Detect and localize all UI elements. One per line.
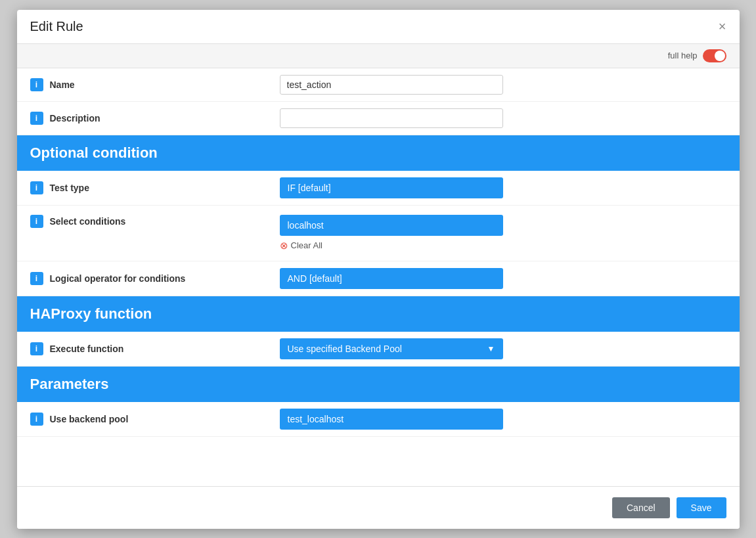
execute-function-value: Use specified Backend Pool — [288, 344, 402, 354]
save-button[interactable]: Save — [677, 497, 726, 518]
test-type-label-col: i Test type — [30, 181, 280, 194]
use-backend-pool-row: i Use backend pool test_localhost — [17, 402, 740, 437]
dropdown-arrow-icon: ▼ — [487, 344, 495, 353]
test-type-select[interactable]: IF [default] — [280, 177, 503, 198]
name-row: i Name — [17, 68, 740, 102]
select-conditions-select[interactable]: localhost — [280, 215, 503, 236]
execute-function-dropdown[interactable]: Use specified Backend Pool ▼ — [280, 338, 503, 359]
modal-title: Edit Rule — [30, 19, 83, 34]
clear-all-icon: ⊗ — [280, 240, 288, 252]
parameters-section-header: Parameters — [17, 367, 740, 402]
use-backend-pool-input-col: test_localhost — [280, 409, 726, 430]
logical-operator-select[interactable]: AND [default] — [280, 268, 503, 289]
edit-rule-modal: Edit Rule × full help i Name i Descripti… — [17, 10, 740, 529]
description-info-icon[interactable]: i — [30, 112, 43, 125]
test-type-input-col: IF [default] — [280, 177, 726, 198]
execute-function-info-icon[interactable]: i — [30, 342, 43, 355]
execute-function-label-col: i Execute function — [30, 342, 280, 355]
select-conditions-info-icon[interactable]: i — [30, 215, 43, 228]
test-type-row: i Test type IF [default] — [17, 171, 740, 206]
execute-function-input-col: Use specified Backend Pool ▼ — [280, 338, 726, 359]
logical-operator-input-col: AND [default] — [280, 268, 726, 289]
description-label-col: i Description — [30, 112, 280, 125]
clear-all-label: Clear All — [291, 240, 322, 250]
execute-function-label: Execute function — [50, 344, 124, 354]
logical-operator-label: Logical operator for conditions — [50, 273, 186, 284]
cancel-button[interactable]: Cancel — [612, 497, 670, 518]
haproxy-function-title: HAProxy function — [30, 305, 152, 322]
use-backend-pool-label-col: i Use backend pool — [30, 413, 280, 426]
modal-body: i Name i Description Optional condition — [17, 68, 740, 486]
clear-all-button[interactable]: ⊗ Clear All — [280, 240, 726, 252]
close-button[interactable]: × — [719, 20, 726, 33]
test-type-label: Test type — [50, 183, 89, 193]
use-backend-pool-label: Use backend pool — [50, 414, 129, 424]
select-conditions-row: i Select conditions localhost ⊗ Clear Al… — [17, 206, 740, 261]
modal-header: Edit Rule × — [17, 10, 740, 44]
description-label: Description — [50, 113, 100, 123]
logical-operator-row: i Logical operator for conditions AND [d… — [17, 261, 740, 296]
name-info-icon[interactable]: i — [30, 78, 43, 91]
execute-function-row: i Execute function Use specified Backend… — [17, 332, 740, 367]
logical-operator-info-icon[interactable]: i — [30, 272, 43, 285]
select-conditions-label: Select conditions — [50, 216, 126, 227]
optional-condition-title: Optional condition — [30, 145, 158, 161]
parameters-title: Parameters — [30, 376, 109, 392]
name-label-col: i Name — [30, 78, 280, 91]
full-help-toggle[interactable] — [703, 49, 726, 62]
name-input-col — [280, 75, 726, 95]
use-backend-pool-select[interactable]: test_localhost — [280, 409, 503, 430]
haproxy-function-section-header: HAProxy function — [17, 296, 740, 332]
name-input[interactable] — [280, 75, 503, 95]
use-backend-pool-info-icon[interactable]: i — [30, 413, 43, 426]
test-type-info-icon[interactable]: i — [30, 181, 43, 194]
select-conditions-input-col: localhost ⊗ Clear All — [280, 215, 726, 252]
name-label: Name — [50, 79, 75, 90]
select-conditions-label-col: i Select conditions — [30, 215, 280, 228]
modal-footer: Cancel Save — [17, 486, 740, 529]
modal-toolbar: full help — [17, 44, 740, 68]
logical-operator-label-col: i Logical operator for conditions — [30, 272, 280, 285]
full-help-label: full help — [668, 51, 698, 60]
description-input[interactable] — [280, 108, 503, 128]
description-input-col — [280, 108, 726, 128]
description-row: i Description — [17, 102, 740, 135]
optional-condition-section-header: Optional condition — [17, 135, 740, 171]
